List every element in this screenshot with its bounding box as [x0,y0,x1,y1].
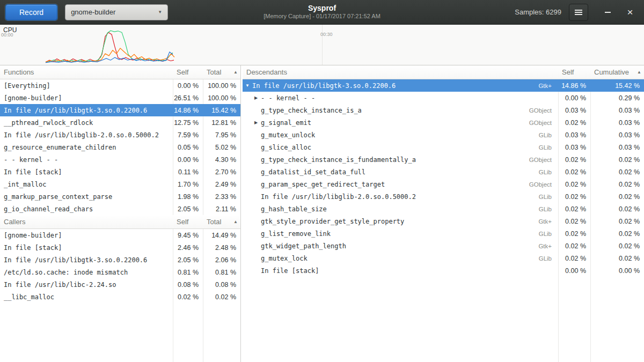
table-row[interactable]: In file /usr/lib/libgtk-3.so.0.2200.614.… [0,104,240,116]
table-row[interactable]: gtk_widget_path_lengthGtk+0.02 %0.02 % [243,240,644,252]
cumulative-percent-cell: 0.29 % [590,94,644,102]
table-row[interactable]: - - kernel - -0.00 %4.30 % [0,153,240,166]
function-name-cell: [gnome-builder] [0,232,173,239]
column-header-cumulative[interactable]: Cumulative ▲ [590,65,644,79]
cpu-series-cpu-green [46,31,173,62]
close-button[interactable]: × [623,5,638,20]
tree-cell: g_mutex_lockGLib [243,255,558,262]
table-row[interactable]: g_type_check_instance_is_fundamentally_a… [243,153,644,166]
cumulative-percent-cell: 0.02 % [590,193,644,201]
callers-table-header: Callers Self Total ▲ [0,215,240,229]
table-row[interactable]: g_mutex_unlockGLib0.03 %0.03 % [243,129,644,141]
table-row[interactable]: ▶- - kernel - -0.00 %0.29 % [243,92,644,104]
cumulative-percent-cell: 0.02 % [590,218,644,225]
cumulative-percent-cell: 0.03 % [590,144,644,151]
library-category-label: GLib [539,169,558,175]
table-row[interactable]: [gnome-builder]9.45 %14.49 % [0,229,240,241]
table-row[interactable]: g_type_check_instance_is_aGObject0.03 %0… [243,104,644,116]
table-row[interactable]: /etc/ld.so.cache: inode mismatch0.81 %0.… [0,266,240,278]
record-button[interactable]: Record [5,4,57,20]
table-row[interactable]: g_io_channel_read_chars2.05 %2.11 % [0,203,240,215]
cpu-series-cpu-red [46,32,174,62]
table-row[interactable]: In file [stack]0.11 %2.70 % [0,166,240,178]
self-percent-cell: 7.59 % [173,131,203,139]
total-percent-cell: 2.33 % [203,193,240,201]
minimize-button[interactable] [600,5,615,20]
self-percent-cell: 26.51 % [173,94,203,102]
column-header-functions[interactable]: Functions [0,65,173,79]
table-row[interactable]: In file [stack]2.46 %2.48 % [0,241,240,254]
self-percent-cell: 0.02 % [173,293,203,301]
total-percent-cell: 5.02 % [203,144,240,151]
function-name-cell: g_mutex_unlock [261,131,315,139]
function-name-cell: - - kernel - - [0,156,173,164]
table-row[interactable]: [Everything]0.00 %100.00 % [0,79,240,92]
column-header-descendants[interactable]: Descendants [243,65,558,79]
self-percent-cell: 2.05 % [173,205,203,213]
function-name-cell: g_io_channel_read_chars [0,205,173,213]
self-percent-cell: 0.11 % [173,168,203,176]
table-row[interactable]: gtk_style_provider_get_style_propertyGtk… [243,215,644,227]
library-category-label: GObject [529,181,558,188]
table-row[interactable]: __pthread_rwlock_rdlock12.75 %12.81 % [0,116,240,129]
self-percent-cell: 1.98 % [173,193,203,201]
table-row[interactable]: g_slice_allocGLib0.03 %0.03 % [243,141,644,153]
table-row[interactable]: In file /usr/lib/libgtk-3.so.0.2200.62.0… [0,254,240,266]
tree-cell: g_mutex_unlockGLib [243,131,558,139]
self-percent-cell: 0.05 % [173,144,203,151]
cumulative-percent-cell: 0.02 % [590,230,644,238]
target-process-dropdown[interactable]: gnome-builder ▼ [65,4,168,20]
expander-closed-icon[interactable]: ▶ [251,120,261,125]
table-row[interactable]: g_datalist_id_set_data_fullGLib0.02 %0.0… [243,166,644,178]
table-row[interactable]: g_mutex_lockGLib0.02 %0.02 % [243,252,644,264]
target-process-label: gnome-builder [71,8,115,16]
table-row[interactable]: ▼In file /usr/lib/libgtk-3.so.0.2200.6Gt… [243,79,644,92]
functions-table-header: Functions Self Total ▲ [0,65,240,79]
function-name-cell: g_type_check_instance_is_fundamentally_a [261,156,416,164]
table-row[interactable]: g_resource_enumerate_children0.05 %5.02 … [0,141,240,153]
expander-open-icon[interactable]: ▼ [243,83,252,88]
function-name-cell: __libc_malloc [0,293,173,301]
table-row[interactable]: ▶g_signal_emitGObject0.02 %0.03 % [243,116,644,129]
function-name-cell: g_list_remove_link [261,230,331,238]
total-percent-cell: 4.30 % [203,156,240,164]
self-percent-cell: 0.02 % [558,193,590,201]
total-percent-cell: 0.02 % [203,293,240,301]
library-category-label: Gtk+ [538,83,558,89]
function-name-cell: [Everything] [0,82,173,90]
menu-button[interactable] [569,4,588,21]
column-header-self[interactable]: Self [558,65,590,79]
tree-cell: g_datalist_id_set_data_fullGLib [243,168,558,176]
tree-cell: g_list_remove_linkGLib [243,230,558,238]
table-row[interactable]: g_param_spec_get_redirect_targetGObject0… [243,178,644,190]
table-row[interactable]: In file [stack]0.00 %0.00 % [243,264,644,277]
column-header-callers[interactable]: Callers [0,215,173,228]
library-category-label: GObject [529,120,558,126]
table-row[interactable]: In file /usr/lib/libglib-2.0.so.0.5000.2… [0,129,240,141]
table-row[interactable]: _int_malloc1.70 %2.49 % [0,178,240,190]
table-row[interactable]: g_list_remove_linkGLib0.02 %0.02 % [243,227,644,240]
library-category-label: GLib [539,231,558,237]
cpu-timeline-panel[interactable]: CPU 00:00 00:30 [0,25,644,65]
cumulative-percent-cell: 0.02 % [590,168,644,176]
cumulative-percent-cell: 15.42 % [590,82,644,90]
table-row[interactable]: In file /usr/lib/libglib-2.0.so.0.5000.2… [243,190,644,203]
function-name-cell: g_param_spec_get_redirect_target [261,181,385,188]
table-row[interactable]: g_hash_table_sizeGLib0.02 %0.02 % [243,203,644,215]
table-row[interactable]: g_markup_parse_context_parse1.98 %2.33 % [0,190,240,203]
self-percent-cell: 0.02 % [558,218,590,225]
column-header-self[interactable]: Self [173,65,203,79]
table-row[interactable]: [gnome-builder]26.51 %100.00 % [0,92,240,104]
expander-closed-icon[interactable]: ▶ [251,95,261,100]
close-icon: × [627,6,633,18]
table-row[interactable]: In file /usr/lib/libc-2.24.so0.08 %0.08 … [0,278,240,291]
hamburger-icon [575,10,582,15]
column-header-self[interactable]: Self [173,215,203,228]
column-header-total[interactable]: Total ▲ [203,65,240,79]
table-row[interactable]: __libc_malloc0.02 %0.02 % [0,291,240,303]
self-percent-cell: 12.75 % [173,119,203,127]
title-block: Sysprof [Memory Capture] - 01/17/2017 07… [264,4,380,20]
cpu-graph[interactable] [0,25,644,65]
function-name-cell: g_markup_parse_context_parse [0,193,173,201]
column-header-total[interactable]: Total ▲ [203,215,240,228]
